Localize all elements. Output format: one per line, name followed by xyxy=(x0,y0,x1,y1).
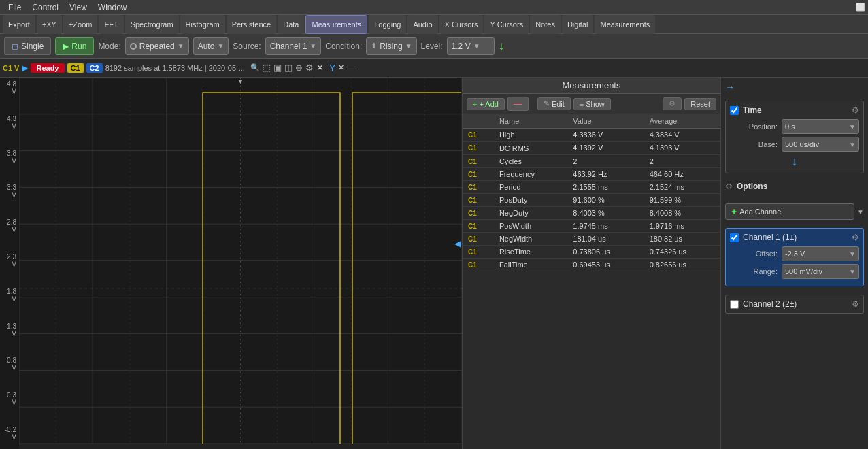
base-label: Base: xyxy=(730,140,778,148)
scope-svg xyxy=(19,78,462,444)
time-gear-icon[interactable]: ⚙ xyxy=(852,105,859,115)
tab-xy[interactable]: +XY xyxy=(37,15,62,34)
meas-name: DC RMS xyxy=(494,142,567,155)
ch2-gear-icon[interactable]: ⚙ xyxy=(852,299,859,309)
table-row[interactable]: C1 PosDuty 91.600 % 91.599 % xyxy=(463,194,720,207)
x-close-icon[interactable]: ✕ xyxy=(338,63,344,72)
base-select[interactable]: 500 us/div ▼ xyxy=(782,137,859,152)
range-arrow: ▼ xyxy=(849,268,856,276)
meas-value: 4.1392 V̄ xyxy=(567,142,644,155)
scope-icon1[interactable]: ⬚ xyxy=(263,63,271,73)
window-controls[interactable]: ⬜ xyxy=(856,3,865,12)
y-label-3: 3.3 V xyxy=(1,184,18,199)
time-checkbox[interactable] xyxy=(730,106,739,115)
table-row[interactable]: C1 PosWidth 1.9745 ms 1.9716 ms xyxy=(463,220,720,233)
meas-name: Frequency xyxy=(494,168,567,181)
show-measurement-button[interactable]: ≡ Show xyxy=(573,98,611,110)
tab-zoom[interactable]: +Zoom xyxy=(63,15,98,34)
mode-dropdown-arrow: ▼ xyxy=(178,42,184,50)
hide-icon[interactable]: — xyxy=(347,64,354,72)
table-row[interactable]: C1 NegDuty 8.4003 % 8.4008 % xyxy=(463,207,720,220)
edit-measurement-button[interactable]: ✎ Edit xyxy=(537,97,571,110)
zoom-icon[interactable]: ⊕ xyxy=(295,63,303,73)
menu-view[interactable]: View xyxy=(64,1,93,14)
channel1-section: Channel 1 (1±) ⚙ Offset: -2.3 V ▼ Range:… xyxy=(725,228,864,286)
meas-ch: C1 xyxy=(463,142,494,155)
tab-spectrogram[interactable]: Spectrogram xyxy=(125,15,179,34)
tab-persistence[interactable]: Persistence xyxy=(227,15,276,34)
tab-histogram[interactable]: Histogram xyxy=(180,15,225,34)
tab-logging[interactable]: Logging xyxy=(369,15,406,34)
tab-fft[interactable]: FFT xyxy=(99,15,123,34)
gear-small-icon[interactable]: ⚙ xyxy=(305,63,314,73)
condition-select[interactable]: ⬆ Rising ▼ xyxy=(366,37,416,55)
level-dropdown-arrow: ▼ xyxy=(473,42,480,50)
meas-value: 0.69453 us xyxy=(567,259,644,271)
meas-name: NegWidth xyxy=(494,233,567,246)
y-label-arrow[interactable]: Y xyxy=(329,63,335,73)
table-row[interactable]: C1 Period 2.1555 ms 2.1524 ms xyxy=(463,181,720,194)
tab-export[interactable]: Export xyxy=(3,15,35,34)
add-ch-dropdown[interactable]: ▼ xyxy=(857,208,864,216)
delete-measurement-button[interactable]: — xyxy=(507,97,529,111)
table-row[interactable]: C1 DC RMS 4.1392 V̄ 4.1393 V̄ xyxy=(463,142,720,155)
scope-icon2[interactable]: ▣ xyxy=(273,63,282,73)
tab-ycursors[interactable]: Y Cursors xyxy=(484,15,529,34)
menu-window[interactable]: Window xyxy=(93,1,133,14)
add-channel-button[interactable]: + Add Channel xyxy=(725,203,854,220)
single-button[interactable]: ◻ Single xyxy=(4,37,51,55)
mode-select[interactable]: Repeated ▼ xyxy=(125,37,189,55)
ch-arrow[interactable]: ▶ xyxy=(22,63,28,73)
table-row[interactable]: C1 NegWidth 181.04 us 180.82 us xyxy=(463,233,720,246)
meas-value: 463.92 Hz xyxy=(567,168,644,181)
right-arrow-icon[interactable]: → xyxy=(725,82,735,93)
meas-average: 2 xyxy=(644,155,720,168)
reset-measurement-button[interactable]: Reset xyxy=(684,98,716,110)
range-select[interactable]: 500 mV/div ▼ xyxy=(782,264,859,279)
trigger-arrow[interactable]: ◀ xyxy=(454,239,461,248)
table-row[interactable]: C1 High 4.3836 V 4.3834 V xyxy=(463,129,720,142)
tab-notes[interactable]: Notes xyxy=(530,15,561,34)
run-button[interactable]: ▶ Run xyxy=(55,37,94,55)
source-select[interactable]: Channel 1 ▼ xyxy=(265,37,322,55)
meas-ch: C1 xyxy=(463,129,494,142)
auto-dropdown-arrow: ▼ xyxy=(217,42,224,50)
waveform-area[interactable]: ◀ ▼ xyxy=(19,78,462,444)
tab-measurements[interactable]: Measurements xyxy=(305,15,367,34)
meas-value: 181.04 us xyxy=(567,233,644,246)
meas-name: High xyxy=(494,129,567,142)
menu-control[interactable]: Control xyxy=(27,1,64,14)
meas-average: 180.82 us xyxy=(644,233,720,246)
table-row[interactable]: C1 FallTime 0.69453 us 0.82656 us xyxy=(463,259,720,271)
condition-label: Condition: xyxy=(325,41,362,51)
offset-select[interactable]: -2.3 V ▼ xyxy=(782,246,859,261)
level-select[interactable]: 1.2 V ▼ xyxy=(447,37,495,55)
table-row[interactable]: C1 Cycles 2 2 xyxy=(463,155,720,168)
tab-xcursors[interactable]: X Cursors xyxy=(439,15,484,34)
search-icon[interactable]: 🔍 xyxy=(250,63,260,72)
range-row: Range: 500 mV/div ▼ xyxy=(730,264,859,279)
tab-measurements2[interactable]: Measurements xyxy=(595,15,655,34)
meas-average: 8.4008 % xyxy=(644,207,720,220)
col-value: Value xyxy=(567,114,644,129)
position-select[interactable]: 0 s ▼ xyxy=(782,119,859,134)
ch1-gear-icon[interactable]: ⚙ xyxy=(852,233,859,242)
tab-audio[interactable]: Audio xyxy=(407,15,437,34)
close-ch-icon[interactable]: ✕ xyxy=(316,63,324,73)
table-row[interactable]: C1 Frequency 463.92 Hz 464.60 Hz xyxy=(463,168,720,181)
ch1-checkbox[interactable] xyxy=(730,233,739,242)
add-measurement-button[interactable]: + + Add xyxy=(467,98,505,110)
scope-icon3[interactable]: ◫ xyxy=(284,63,293,73)
level-down-arrow[interactable]: ↓ xyxy=(499,39,505,53)
menu-file[interactable]: File xyxy=(3,1,27,14)
y-axis: 4.8 V 4.3 V 3.8 V 3.3 V 2.8 V 2.3 V 1.8 … xyxy=(0,78,19,444)
tab-digital[interactable]: Digital xyxy=(562,15,594,34)
table-row[interactable]: C1 RiseTime 0.73806 us 0.74326 us xyxy=(463,246,720,259)
ch2-checkbox[interactable] xyxy=(730,300,739,309)
tab-data[interactable]: Data xyxy=(278,15,304,34)
time-down-arrow[interactable]: ↓ xyxy=(792,154,798,169)
options-measurement-button[interactable]: ⚙ xyxy=(663,97,682,110)
meas-ch: C1 xyxy=(463,220,494,233)
auto-select[interactable]: Auto ▼ xyxy=(193,37,229,55)
ch2-label: Channel 2 (2±) xyxy=(743,299,797,309)
